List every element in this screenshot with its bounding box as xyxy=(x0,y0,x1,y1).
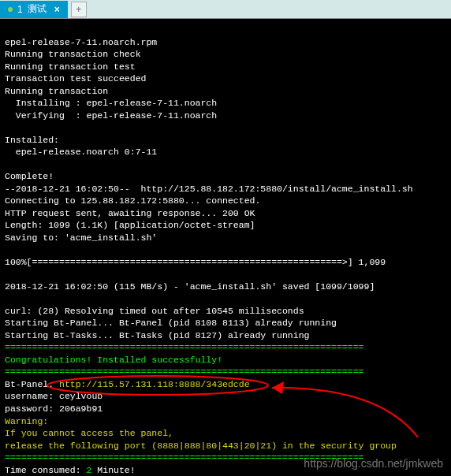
line: --2018-12-21 16:02:50-- http://125.88.18… xyxy=(5,184,413,194)
line: Running transaction test xyxy=(5,61,136,72)
separator: ========================================… xyxy=(5,342,363,352)
username-line: username: ceylvoub xyxy=(5,391,102,401)
line: Running transaction check xyxy=(5,49,141,59)
separator: ========================================… xyxy=(5,366,363,377)
password-line: password: 206a9b91 xyxy=(5,403,102,414)
time-unit: Minute! xyxy=(91,465,135,475)
password-label: password: xyxy=(5,403,59,414)
line: Installing : epel-release-7-11.noarch xyxy=(5,98,217,108)
line: Starting Bt-Panel... Bt-Panel (pid 8108 … xyxy=(5,318,337,328)
line: Starting Bt-Tasks... Bt-Tasks (pid 8127)… xyxy=(5,330,309,340)
line: curl: (28) Resolving timed out after 105… xyxy=(5,306,304,316)
warning-line: release the following port (8888|888|80|… xyxy=(5,441,397,451)
line: 100%[===================================… xyxy=(5,257,386,267)
tab-bar: 1 测试 × + xyxy=(0,0,451,19)
password-value: 206a9b91 xyxy=(59,403,102,414)
watermark: https://blog.csdn.net/jmkweb xyxy=(304,457,443,470)
terminal-output[interactable]: epel-release-7-11.noarch.rpm Running tra… xyxy=(0,19,451,476)
line: Running transaction xyxy=(5,86,108,96)
line: Saving to: 'acme_install.sh' xyxy=(5,232,157,243)
warning-line: If you cannot access the panel, xyxy=(5,428,173,438)
line: Complete! xyxy=(5,171,54,181)
tab-index: 1 xyxy=(17,4,23,15)
new-tab-button[interactable]: + xyxy=(71,2,87,17)
username-label: username: xyxy=(5,391,59,401)
line: HTTP request sent, awaiting response... … xyxy=(5,208,255,218)
panel-url: http://115.57.131.118:8888/343edcde xyxy=(59,379,250,389)
status-dot-icon xyxy=(8,7,13,12)
plus-icon: + xyxy=(76,4,81,15)
line: Installed: xyxy=(5,135,59,145)
tab-active[interactable]: 1 测试 × xyxy=(0,1,68,18)
line: Verifying : epel-release-7-11.noarch xyxy=(5,110,217,121)
line: Connecting to 125.88.182.172:5880... con… xyxy=(5,195,260,206)
warning-label: Warning: xyxy=(5,416,48,426)
time-line: Time consumed: 2 Minute! xyxy=(5,465,136,475)
time-label: Time consumed: xyxy=(5,465,87,475)
congrats-line: Congratulations! Installed successfully! xyxy=(5,355,222,365)
line: Length: 1099 (1.1K) [application/octet-s… xyxy=(5,220,255,230)
close-icon[interactable]: × xyxy=(54,4,60,15)
line: 2018-12-21 16:02:50 (115 MB/s) - 'acme_i… xyxy=(5,281,375,292)
tab-title: 测试 xyxy=(28,2,47,16)
panel-line: Bt-Panel: http://115.57.131.118:8888/343… xyxy=(5,379,250,389)
line: Transaction test succeeded xyxy=(5,73,146,84)
panel-label: Bt-Panel: xyxy=(5,379,59,389)
username-value: ceylvoub xyxy=(59,391,102,401)
line: epel-release.noarch 0:7-11 xyxy=(5,147,157,157)
line: epel-release-7-11.noarch.rpm xyxy=(5,37,157,47)
